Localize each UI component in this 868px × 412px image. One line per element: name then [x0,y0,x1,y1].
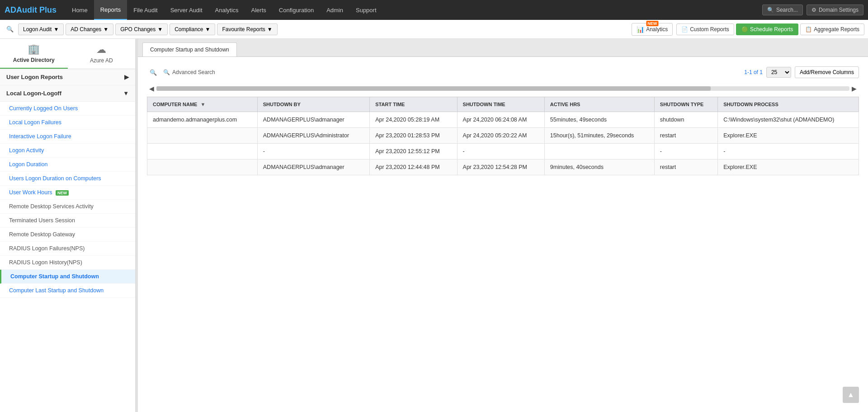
sidebar-item-logon-activity[interactable]: Logon Activity [0,144,135,158]
logon-audit-arrow: ▼ [53,26,59,33]
sidebar-item-interactive-logon-failure[interactable]: Interactive Logon Failure [0,130,135,144]
nav-home[interactable]: Home [66,0,94,20]
col-start-time: START TIME [370,97,457,112]
cell-shutdown-type: - [654,144,717,159]
sidebar-item-radius-logon-failures[interactable]: RADIUS Logon Failures(NPS) [0,242,135,256]
schedule-reports-button[interactable]: 🟢 Schedule Reports [736,23,798,35]
compliance-label: Compliance [175,26,203,33]
cell-active-hrs: 55minutes, 49seconds [544,112,654,128]
nav-alerts[interactable]: Alerts [245,0,273,20]
sidebar-item-currently-logged-on[interactable]: Currently Logged On Users [0,102,135,116]
per-page-select[interactable]: 25 50 100 [766,67,791,78]
scroll-bar-area: ◀ ▶ [147,84,859,93]
user-logon-reports-section[interactable]: User Logon Reports ▶ [0,69,135,85]
cell-shutdown-by: - [257,144,370,159]
gpo-changes-dropdown[interactable]: GPO Changes ▼ [115,23,168,35]
top-navigation: ADAudit Plus Home Reports File Audit Ser… [0,0,868,20]
nav-server-audit[interactable]: Server Audit [164,0,209,20]
sidebar-item-radius-logon-history[interactable]: RADIUS Logon History(NPS) [0,256,135,270]
analytics-button[interactable]: NEW 📊 Analytics [632,23,673,36]
adv-search-icon: 🔍 [163,69,170,75]
table-row: admandemo.admanagerplus.com ADMANAGERPLU… [147,112,859,128]
scroll-left-arrow[interactable]: ◀ [147,84,156,93]
compliance-arrow: ▼ [205,26,211,33]
app-title-suffix: Audit Plus [16,5,57,14]
user-logon-reports-arrow: ▶ [124,74,129,80]
new-tag: NEW [56,190,69,196]
advanced-search-button[interactable]: 🔍 Advanced Search [163,69,215,75]
favourite-reports-label: Favourite Reports [222,26,265,33]
toolbar-left: 🔍 🔍 Advanced Search [147,66,215,79]
local-logon-logoff-section[interactable]: Local Logon-Logoff ▼ [0,85,135,102]
sidebar-item-local-logon-failures[interactable]: Local Logon Failures [0,116,135,130]
analytics-label: Analytics [646,26,668,33]
aggregate-reports-button[interactable]: 📋 Aggregate Reports [800,23,864,35]
gpo-changes-label: GPO Changes [120,26,156,33]
sidebar-item-remote-desktop-gateway[interactable]: Remote Desktop Gateway [0,228,135,242]
domain-settings-button[interactable]: ⚙ Domain Settings [807,5,863,15]
scroll-to-top-button[interactable]: ▲ [843,387,859,403]
app-title: ADAudit Plus [5,5,57,15]
toolbar-search-icon[interactable]: 🔍 [147,66,160,79]
sidebar-item-computer-startup-shutdown[interactable]: Computer Startup and Shutdown [0,270,135,284]
sidebar-item-remote-desktop-services[interactable]: Remote Desktop Services Activity [0,200,135,214]
search-box[interactable]: 🔍 Search... [762,5,803,15]
favourite-reports-dropdown[interactable]: Favourite Reports ▼ [217,23,277,35]
sidebar: 🏢 Active Directory ☁ Azure AD User Logon… [0,39,136,412]
cell-computer-name [147,144,258,159]
pagination-value: 1-1 of 1 [744,69,763,75]
cell-computer-name: admandemo.admanagerplus.com [147,112,258,128]
cell-computer-name [147,159,258,175]
add-remove-columns-button[interactable]: Add/Remove Columns [795,66,859,78]
report-toolbar: 🔍 🔍 Advanced Search 1-1 of 1 25 50 100 [147,66,859,79]
nav-support[interactable]: Support [349,0,383,20]
sidebar-item-logon-duration[interactable]: Logon Duration [0,158,135,172]
aggregate-reports-label: Aggregate Reports [814,26,859,33]
col-shutdown-by: SHUTDOWN BY [257,97,370,112]
schedule-reports-label: Schedule Reports [750,26,793,33]
sidebar-tab-azure-ad[interactable]: ☁ Azure AD [68,39,136,69]
cell-shutdown-process: C:\Windows\system32\shut (ADMANDEMO) [718,112,859,128]
cell-shutdown-process: Explorer.EXE [718,128,859,144]
search-icon: 🔍 [767,7,774,13]
table-row: ADMANAGERPLUS\admanager Apr 23,2020 12:4… [147,159,859,175]
cell-active-hrs [544,144,654,159]
cell-start-time: Apr 24,2020 05:28:19 AM [370,112,457,128]
nav-analytics[interactable]: Analytics [209,0,245,20]
active-directory-icon: 🏢 [28,43,40,55]
aggregate-reports-icon: 📋 [805,26,812,33]
nav-configuration[interactable]: Configuration [273,0,320,20]
sidebar-tab-active-directory[interactable]: 🏢 Active Directory [0,39,68,69]
compliance-dropdown[interactable]: Compliance ▼ [170,23,215,35]
nav-right: 🔍 Search... ⚙ Domain Settings [762,5,863,15]
col-shutdown-process: SHUTDOWN PROCESS [718,97,859,112]
col-computer-name[interactable]: COMPUTER NAME ▼ [147,97,258,112]
user-logon-reports-label: User Logon Reports [6,74,63,80]
cell-computer-name [147,128,258,144]
analytics-new-badge: NEW [646,21,658,26]
scroll-thumb [156,86,711,91]
table-body: admandemo.admanagerplus.com ADMANAGERPLU… [147,112,859,175]
cell-shutdown-type: restart [654,159,717,175]
custom-reports-button[interactable]: 📄 Custom Reports [676,23,734,35]
sidebar-item-computer-last-startup[interactable]: Computer Last Startup and Shutdown [0,284,135,298]
nav-reports[interactable]: Reports [94,0,127,20]
ad-changes-dropdown[interactable]: AD Changes ▼ [66,23,113,35]
sidebar-item-users-logon-duration[interactable]: Users Logon Duration on Computers [0,172,135,186]
col-shutdown-type: SHUTDOWN TYPE [654,97,717,112]
scroll-right-arrow[interactable]: ▶ [849,84,859,93]
sidebar-item-terminated-users-session[interactable]: Terminated Users Session [0,214,135,228]
second-nav-search-icon[interactable]: 🔍 [4,23,16,36]
scroll-track[interactable] [156,86,849,91]
logon-audit-dropdown[interactable]: Logon Audit ▼ [18,23,64,35]
domain-settings-label: Domain Settings [819,7,859,13]
second-navigation: 🔍 Logon Audit ▼ AD Changes ▼ GPO Changes… [0,20,868,39]
nav-admin[interactable]: Admin [320,0,349,20]
cell-shutdown-time: Apr 23,2020 12:54:28 PM [457,159,544,175]
advanced-search-label: Advanced Search [172,69,215,75]
ad-changes-label: AD Changes [71,26,101,33]
sidebar-item-user-work-hours[interactable]: User Work Hours NEW [0,186,135,200]
nav-file-audit[interactable]: File Audit [127,0,164,20]
data-table: COMPUTER NAME ▼ SHUTDOWN BY START TIME S… [147,97,859,175]
content-tab-computer-startup-shutdown[interactable]: Computer Startup and Shutdown [142,42,237,56]
